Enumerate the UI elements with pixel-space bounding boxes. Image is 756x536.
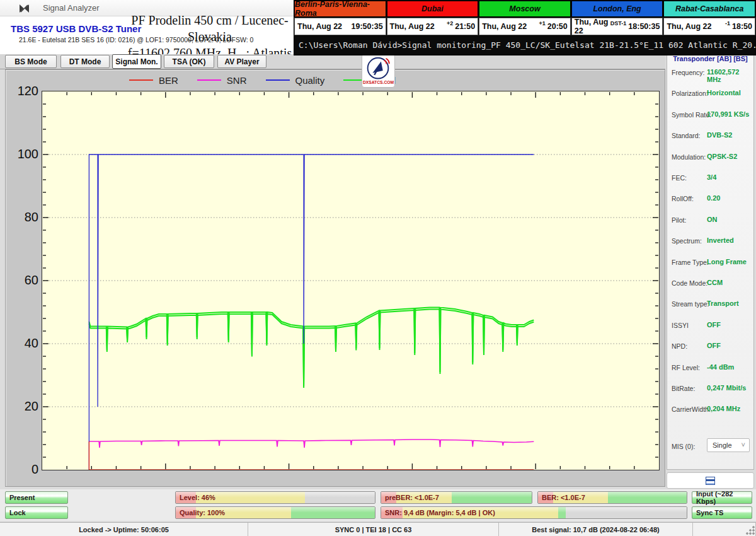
signal-monitor-chart-panel: BERSNRQualityLevel 120100806040200 — [5, 69, 665, 487]
gauge-preber: preBER: <1.0E-7 — [381, 491, 532, 504]
clock-console-overlay: Berlin-Paris-Vienna-RomaDubaiMoscowLondo… — [294, 0, 756, 55]
clock-date: Thu, Aug 22 — [390, 22, 447, 31]
transponder-row-stream-type-: Stream type:Transport — [667, 298, 753, 312]
param-value: OFF — [707, 342, 721, 349]
footer-section-1: SYNC 0 | TEI 18 | CC 63 — [248, 523, 499, 536]
tab-tsa-ok-[interactable]: TSA (OK) — [164, 55, 214, 68]
param-value: Horizontal — [707, 89, 741, 96]
param-label: Modulation: — [672, 153, 706, 161]
mis-selected-value: Single — [713, 441, 732, 449]
app-icon — [19, 3, 30, 14]
clock-time-cell: Thu, Aug 22DST-118:50:35 — [571, 18, 663, 35]
gauge-label: Level: 46% — [180, 494, 215, 501]
param-label: Spectrum: — [672, 237, 702, 245]
legend-item-ber: BER — [129, 75, 178, 86]
series-level — [89, 310, 534, 388]
transponder-row-symbol-rate-: Symbol Rate:170,991 KS/s — [667, 108, 753, 122]
param-value: DVB-S2 — [707, 131, 732, 139]
clock-offset: -1 — [725, 20, 730, 26]
transponder-row-pilot-: Pilot:ON — [667, 214, 753, 228]
clock-city: Moscow — [479, 1, 571, 17]
param-label: Pilot: — [672, 216, 686, 224]
gauge-label: SNR: 9,4 dB (Margin: 5,4 dB | OK) — [385, 509, 495, 516]
transponder-row-code-mode-: Code Mode:CCM — [667, 277, 753, 291]
transponder-row-frequency-: Frequency:11602,572 MHz — [667, 66, 753, 80]
clock-offset: +1 — [539, 20, 546, 26]
chevron-down-icon: ˅ — [742, 441, 745, 448]
clock-time: 19:50:35 — [352, 22, 383, 31]
tab-dt-mode[interactable]: DT Mode — [60, 55, 110, 68]
transponder-row-polarization-: Polarization:Horizontal — [667, 87, 753, 101]
y-tick-label: 60 — [9, 273, 38, 288]
mis-select[interactable]: Single˅ — [707, 438, 750, 452]
param-label: Polarization: — [672, 90, 708, 97]
param-label: Code Mode: — [672, 279, 707, 287]
clock-time: 18:50:35 — [628, 22, 660, 31]
y-tick-label: 100 — [9, 147, 38, 161]
status-badge-input-282-kbps-: Input (~282 Kbps) — [692, 491, 752, 504]
chart-legend: BERSNRQualityLevel — [129, 73, 396, 88]
series-snr — [89, 440, 534, 448]
window-title: Signal Analyzer — [43, 3, 100, 13]
transponder-info-panel: Transponder [AB] [BS] Frequency:11602,57… — [667, 54, 754, 470]
terminal-prompt-line[interactable]: C:\Users\Roman Dávid>Signal monitoring_P… — [294, 36, 755, 54]
param-label: RollOff: — [672, 195, 694, 202]
tab-bs-mode[interactable]: BS Mode — [5, 55, 57, 68]
gauge-label: Quality: 100% — [180, 509, 225, 516]
logo-text: DXSATCS.COM — [363, 80, 394, 84]
y-tick-label: 120 — [9, 84, 38, 98]
tab-signal-mon-[interactable]: Signal Mon. — [112, 54, 161, 69]
tab-av-player[interactable]: AV Player — [217, 55, 266, 68]
param-label: ISSYI — [672, 322, 689, 329]
param-label: Stream type: — [672, 300, 709, 308]
param-label: Symbol Rate: — [672, 111, 711, 119]
param-label: MIS (0): — [672, 443, 695, 450]
transponder-panel-header: Transponder [AB] [BS] — [667, 55, 753, 62]
series-ber — [89, 441, 534, 470]
transponder-row-mis: MIS (0):Single˅ — [667, 440, 753, 454]
status-band: PresentLockInput (~282 Kbps)Sync TSLevel… — [0, 489, 756, 521]
series-level — [89, 308, 534, 387]
clock-time: 18:50 — [732, 22, 752, 31]
param-value: Long Frame — [707, 258, 747, 265]
param-value: -44 dBm — [707, 363, 734, 371]
transponder-row-fec-: FEC:3/4 — [667, 172, 753, 185]
clock-time-cell: Thu, Aug 22-118:50 — [663, 18, 755, 35]
param-label: RF Level: — [672, 364, 700, 371]
param-value: 0,204 MHz — [707, 405, 740, 412]
clock-date: Thu, Aug 22 — [575, 18, 610, 35]
transponder-row-rolloff-: RollOff:0.20 — [667, 192, 753, 206]
footer-section-3 — [693, 523, 756, 536]
clock-city: Dubai — [387, 1, 479, 17]
footer-section-2: Best signal: 10,7 dB (2024-08-22 06:48) — [499, 523, 693, 536]
clock-time-cell: Thu, Aug 22+120:50 — [479, 18, 571, 35]
transponder-row-frame-type-: Frame Type:Long Frame — [667, 256, 753, 270]
table-icon — [706, 477, 715, 485]
y-tick-label: 20 — [9, 399, 38, 414]
status-badge-present: Present — [5, 491, 68, 504]
status-badge-lock: Lock — [5, 506, 68, 519]
gauge-level: Level: 46% — [175, 491, 375, 504]
param-label: CarrierWidth: — [672, 405, 711, 413]
transponder-row-bitrate-: BitRate:0,247 Mbit/s — [667, 382, 753, 396]
stream-table-button[interactable] — [667, 472, 754, 489]
param-value: 0.20 — [707, 194, 720, 202]
mode-tab-bar: BS ModeDT ModeSignal Mon.TSA (OK)AV Play… — [0, 54, 665, 69]
y-tick-label: 80 — [9, 210, 38, 224]
gauge-label: preBER: <1.0E-7 — [385, 494, 439, 501]
clock-offset: +2 — [447, 20, 453, 26]
transponder-row-carrierwidth-: CarrierWidth:0,204 MHz — [667, 403, 753, 417]
status-footer: Locked -> Uptime: 50:06:05SYNC 0 | TEI 1… — [0, 522, 756, 536]
param-value: 11602,572 MHz — [707, 68, 753, 83]
clock-time: 20:50 — [547, 22, 568, 31]
param-value: CCM — [707, 279, 723, 286]
param-value: 0,247 Mbit/s — [707, 384, 746, 392]
param-value: Transport — [707, 300, 739, 307]
transponder-row-issyi: ISSYIOFF — [667, 319, 753, 333]
chart-plot-area — [42, 91, 660, 470]
clock-offset: DST-1 — [610, 20, 627, 26]
gauge-quality: Quality: 100% — [175, 506, 375, 519]
transponder-row-modulation-: Modulation:QPSK-S2 — [667, 151, 753, 165]
param-value: 170,991 KS/s — [707, 110, 749, 118]
clock-city-row: Berlin-Paris-Vienna-RomaDubaiMoscowLondo… — [294, 1, 755, 17]
